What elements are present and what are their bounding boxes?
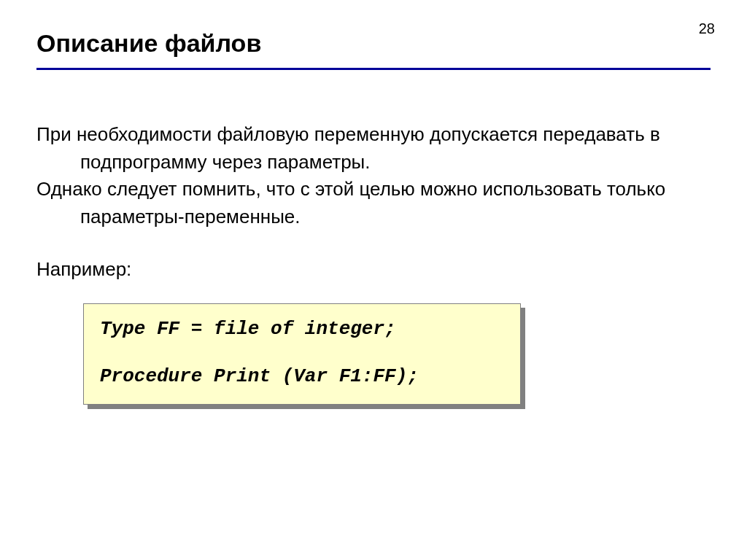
paragraph-2: Однако следует помнить, что с этой целью… xyxy=(36,176,711,230)
body-text: При необходимости файловую переменную до… xyxy=(36,121,711,283)
page-title: Описание файлов xyxy=(36,29,711,58)
code-line-2: Procedure Print (Var F1:FF); xyxy=(100,363,504,389)
code-box: Type FF = file of integer; Procedure Pri… xyxy=(83,303,521,405)
page-number: 28 xyxy=(699,20,715,37)
slide: 28 Описание файлов При необходимости фай… xyxy=(0,0,747,560)
code-block: Type FF = file of integer; Procedure Pri… xyxy=(83,303,521,405)
paragraph-1: При необходимости файловую переменную до… xyxy=(36,121,711,176)
example-label: Например: xyxy=(36,256,711,284)
code-blank-line xyxy=(100,343,504,363)
title-rule xyxy=(36,68,711,70)
code-line-1: Type FF = file of integer; xyxy=(100,316,504,342)
